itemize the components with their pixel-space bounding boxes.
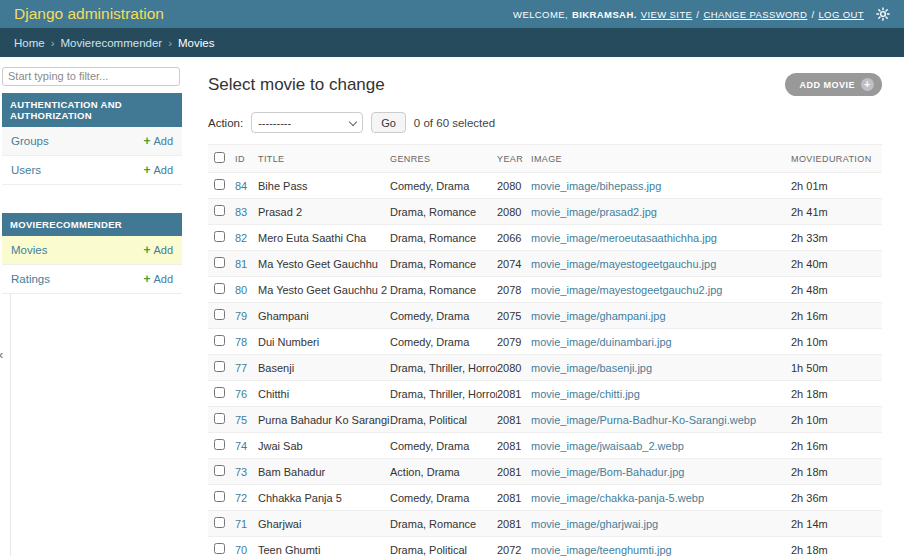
row-image-link[interactable]: movie_image/basenji.jpg <box>531 362 652 374</box>
row-checkbox[interactable] <box>214 439 225 450</box>
sidebar-item-label[interactable]: Groups <box>11 135 49 147</box>
row-id-link[interactable]: 71 <box>235 518 247 530</box>
site-title-link[interactable]: Django administration <box>14 5 164 23</box>
row-id-link[interactable]: 79 <box>235 310 247 322</box>
row-checkbox[interactable] <box>214 309 225 320</box>
row-duration: 2h 33m <box>791 225 882 251</box>
row-year: 2072 <box>497 537 531 556</box>
row-image-link[interactable]: movie_image/duinambari.jpg <box>531 336 672 348</box>
row-image-link[interactable]: movie_image/gharjwai.jpg <box>531 518 658 530</box>
row-id-link[interactable]: 70 <box>235 544 247 556</box>
row-id-link[interactable]: 76 <box>235 388 247 400</box>
row-id-link[interactable]: 83 <box>235 206 247 218</box>
content-area: « AUTHENTICATION AND AUTHORIZATION Group… <box>0 57 904 556</box>
sidebar-item[interactable]: Users +Add <box>2 156 182 185</box>
row-image-link[interactable]: movie_image/teenghumti.jpg <box>531 544 672 556</box>
sidebar-item[interactable]: Movies +Add <box>2 236 182 265</box>
sidebar-filter-input[interactable] <box>2 67 180 86</box>
table-row: 77 Basenji Drama, Thriller, Horror 2080 … <box>208 355 882 381</box>
row-id-link[interactable]: 77 <box>235 362 247 374</box>
row-checkbox[interactable] <box>214 465 225 476</box>
go-button[interactable]: Go <box>371 112 406 133</box>
row-image-link[interactable]: movie_image/ghampani.jpg <box>531 310 666 322</box>
action-select[interactable]: --------- <box>251 112 363 133</box>
theme-toggle-button[interactable] <box>876 7 890 21</box>
column-header-title[interactable]: TITLE <box>258 145 390 173</box>
view-site-link[interactable]: VIEW SITE <box>641 9 693 20</box>
row-genres: Comedy, Drama <box>390 433 497 459</box>
add-movie-button[interactable]: ADD MOVIE + <box>785 73 882 96</box>
movie-table: ID TITLE GENRES YEAR IMAGE MOVIEDURATION… <box>208 144 882 556</box>
sidebar-item-label[interactable]: Users <box>11 164 41 176</box>
column-header-image[interactable]: IMAGE <box>531 145 791 173</box>
row-genres: Drama, Political <box>390 537 497 556</box>
change-password-link[interactable]: CHANGE PASSWORD <box>703 9 807 20</box>
row-image-link[interactable]: movie_image/prasad2.jpg <box>531 206 657 218</box>
row-id-link[interactable]: 78 <box>235 336 247 348</box>
column-header-genres[interactable]: GENRES <box>390 145 497 173</box>
breadcrumb-app-link[interactable]: Movierecommender <box>61 37 163 49</box>
row-image-link[interactable]: movie_image/mayestogeetgauchu2.jpg <box>531 284 722 296</box>
row-id-link[interactable]: 73 <box>235 466 247 478</box>
sidebar-collapse-toggle[interactable]: « <box>0 347 3 362</box>
breadcrumb-home-link[interactable]: Home <box>14 37 45 49</box>
row-image-link[interactable]: movie_image/Purna-Badhur-Ko-Sarangi.webp <box>531 414 756 426</box>
sidebar-section-title: MOVIERECOMMENDER <box>2 213 182 236</box>
add-label: Add <box>153 164 173 176</box>
row-checkbox[interactable] <box>214 231 225 242</box>
row-image-link[interactable]: movie_image/meroeutasaathichha.jpg <box>531 232 717 244</box>
breadcrumb-separator: › <box>51 37 55 49</box>
row-year: 2075 <box>497 303 531 329</box>
row-checkbox[interactable] <box>214 387 225 398</box>
row-checkbox[interactable] <box>214 491 225 502</box>
row-year: 2081 <box>497 511 531 537</box>
row-id-link[interactable]: 74 <box>235 440 247 452</box>
sidebar-item-label[interactable]: Movies <box>11 244 47 256</box>
sidebar-add-link[interactable]: +Add <box>143 163 173 177</box>
sidebar-add-link[interactable]: +Add <box>143 243 173 257</box>
plus-icon: + <box>143 243 150 257</box>
row-image-link[interactable]: movie_image/Bom-Bahadur.jpg <box>531 466 684 478</box>
row-checkbox[interactable] <box>214 283 225 294</box>
user-tools-separator: / <box>696 9 699 20</box>
column-header-year[interactable]: YEAR <box>497 145 531 173</box>
column-header-movieduration[interactable]: MOVIEDURATION <box>791 145 882 173</box>
row-id-link[interactable]: 72 <box>235 492 247 504</box>
log-out-link[interactable]: LOG OUT <box>818 9 864 20</box>
row-id-link[interactable]: 75 <box>235 414 247 426</box>
row-checkbox[interactable] <box>214 543 225 554</box>
row-image-link[interactable]: movie_image/bihepass.jpg <box>531 180 661 192</box>
sidebar-item[interactable]: Groups +Add <box>2 127 182 156</box>
row-checkbox[interactable] <box>214 179 225 190</box>
row-checkbox[interactable] <box>214 257 225 268</box>
row-image-link[interactable]: movie_image/mayestogeetgauchu.jpg <box>531 258 716 270</box>
row-duration: 2h 01m <box>791 173 882 199</box>
row-checkbox[interactable] <box>214 361 225 372</box>
row-image-link[interactable]: movie_image/jwaisaab_2.webp <box>531 440 684 452</box>
sidebar-item-label[interactable]: Ratings <box>11 273 50 285</box>
row-checkbox[interactable] <box>214 205 225 216</box>
row-genres: Drama, Romance <box>390 199 497 225</box>
table-header-row: ID TITLE GENRES YEAR IMAGE MOVIEDURATION <box>208 145 882 173</box>
table-row: 83 Prasad 2 Drama, Romance 2080 movie_im… <box>208 199 882 225</box>
sun-icon <box>876 7 890 21</box>
row-checkbox[interactable] <box>214 413 225 424</box>
row-id-link[interactable]: 82 <box>235 232 247 244</box>
app-header: Django administration WELCOME, BIKRAMSAH… <box>0 0 904 28</box>
row-image-link[interactable]: movie_image/chitti.jpg <box>531 388 640 400</box>
row-checkbox[interactable] <box>214 517 225 528</box>
row-id-link[interactable]: 80 <box>235 284 247 296</box>
sidebar-add-link[interactable]: +Add <box>143 272 173 286</box>
row-checkbox[interactable] <box>214 335 225 346</box>
sidebar-add-link[interactable]: +Add <box>143 134 173 148</box>
table-row: 72 Chhakka Panja 5 Comedy, Drama 2081 mo… <box>208 485 882 511</box>
row-id-link[interactable]: 84 <box>235 180 247 192</box>
row-year: 2081 <box>497 407 531 433</box>
sidebar-item[interactable]: Ratings +Add <box>2 265 182 294</box>
row-id-link[interactable]: 81 <box>235 258 247 270</box>
select-all-checkbox[interactable] <box>214 152 225 163</box>
column-header-id[interactable]: ID <box>235 145 258 173</box>
table-row: 76 Chitthi Drama, Thriller, Horror 2081 … <box>208 381 882 407</box>
row-year: 2078 <box>497 277 531 303</box>
row-image-link[interactable]: movie_image/chakka-panja-5.webp <box>531 492 704 504</box>
